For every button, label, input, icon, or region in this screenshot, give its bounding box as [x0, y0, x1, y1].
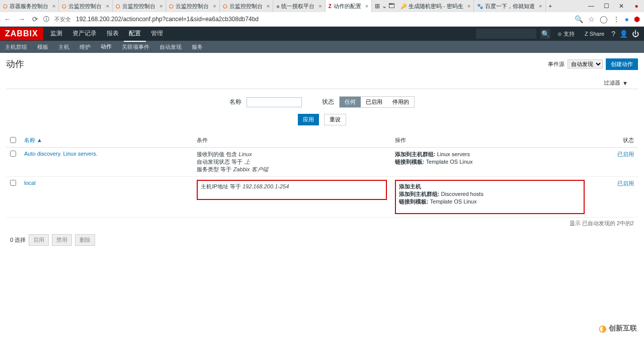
nav-monitoring[interactable]: 监测: [45, 26, 67, 42]
back-button[interactable]: ←: [4, 15, 11, 23]
col-name[interactable]: 名称 ▲: [20, 133, 193, 148]
close-window-button[interactable]: ✕: [614, 0, 629, 12]
menu-icon[interactable]: ⋮: [613, 15, 620, 23]
browser-tab[interactable]: 🐾百度一下，你就知道×: [474, 0, 545, 12]
content-area: 动作 事件源 自动发现 创建动作 过滤器 ▼ 名称 状态 任何 已启用 停用的: [0, 53, 644, 256]
status-link[interactable]: 已启用: [617, 151, 634, 157]
status-any-button[interactable]: 任何: [340, 97, 361, 107]
select-all-checkbox[interactable]: [10, 137, 16, 143]
browser-tab-active[interactable]: Z动作的配置×: [326, 0, 372, 12]
col-condition: 条件: [193, 133, 390, 148]
highlight-box: 主机IP地址 等于 192.168.200.1-254: [197, 180, 386, 200]
star-icon[interactable]: ☆: [588, 15, 595, 23]
tab-close-icon[interactable]: ×: [318, 3, 321, 9]
delete-button[interactable]: 删除: [75, 234, 95, 246]
status-link[interactable]: 已启用: [617, 180, 634, 186]
filter-name-label: 名称: [229, 98, 242, 106]
user-icon[interactable]: 👤: [619, 30, 628, 38]
filter-status-label: 状态: [322, 98, 334, 106]
table-row: local 主机IP地址 等于 192.168.200.1-254 添加主机 添…: [6, 177, 638, 218]
tab-close-icon[interactable]: ×: [365, 3, 368, 9]
url-text[interactable]: 192.168.200.202/actionconf.php?cancel=1&…: [76, 16, 570, 23]
help-icon[interactable]: ?: [611, 30, 615, 38]
browser-tab[interactable]: ⬡云监控控制台×: [220, 0, 273, 12]
status-button-group: 任何 已启用 停用的: [339, 96, 415, 108]
tab-close-icon[interactable]: ×: [213, 3, 216, 9]
subnav-actions[interactable]: 动作: [96, 40, 117, 54]
filter-toggle[interactable]: 过滤器 ▼: [600, 77, 632, 89]
sub-nav: 主机群组 模板 主机 维护 动作 关联项事件 自动发现 服务: [0, 41, 644, 53]
subnav-discovery[interactable]: 自动发现: [154, 41, 187, 53]
filter-row: 名称 状态 任何 已启用 停用的: [229, 96, 415, 108]
tab-favicon-icon: ⬡: [62, 4, 66, 9]
tab-close-icon[interactable]: ×: [539, 3, 542, 9]
subnav-templates[interactable]: 模板: [32, 41, 53, 53]
maximize-button[interactable]: ☐: [599, 0, 614, 12]
disable-button[interactable]: 禁用: [52, 234, 72, 246]
condition-cell: 主机IP地址 等于 192.168.200.1-254: [193, 177, 390, 218]
subnav-hosts[interactable]: 主机: [53, 41, 74, 53]
display-info: 显示 已自动发现的 2中的2: [6, 218, 638, 229]
col-operation: 操作: [391, 133, 589, 148]
tab-close-icon[interactable]: ×: [467, 3, 470, 9]
enable-button[interactable]: 启用: [29, 234, 49, 246]
tab-favicon-icon: ⬡: [3, 4, 8, 9]
new-tab-button[interactable]: +: [546, 0, 555, 12]
tab-label: 云监控控制台: [229, 3, 263, 10]
nav-configuration[interactable]: 配置: [124, 26, 146, 42]
subnav-hostgroups[interactable]: 主机群组: [0, 41, 32, 53]
apply-button[interactable]: 应用: [298, 114, 319, 125]
tab-label: 统一授权平台: [281, 3, 314, 10]
shield-icon[interactable]: ◯: [600, 15, 608, 23]
reload-button[interactable]: ⟳: [32, 15, 38, 23]
filter-actions-row: 应用 重设: [298, 114, 346, 125]
reset-button[interactable]: 重设: [324, 114, 346, 125]
operation-cell: 添加到主机群组: Linux servers 链接到模板: Template O…: [391, 148, 589, 177]
nav-administration[interactable]: 管理: [146, 26, 168, 42]
minimize-button[interactable]: —: [584, 0, 599, 12]
page-title: 动作: [6, 58, 24, 70]
tab-close-icon[interactable]: ×: [52, 3, 55, 9]
page-title-row: 动作 事件源 自动发现 创建动作: [6, 58, 638, 70]
forward-button[interactable]: →: [18, 15, 25, 23]
filter-name-input[interactable]: [247, 97, 302, 107]
subnav-maintenance[interactable]: 维护: [74, 41, 96, 53]
operation-cell: 添加主机 添加到主机群组: Discovered hosts 链接到模板: Te…: [391, 177, 589, 218]
status-disabled-button[interactable]: 停用的: [387, 97, 414, 107]
info-icon[interactable]: ⓘ: [43, 15, 49, 24]
create-action-button[interactable]: 创建动作: [606, 58, 638, 70]
browser-tab[interactable]: ■统一授权平台×: [273, 0, 325, 12]
profile-icon[interactable]: ●: [625, 15, 629, 23]
row-checkbox[interactable]: [10, 151, 16, 157]
browser-tab[interactable]: ⬡云监控控制台×: [113, 0, 166, 12]
nav-reports[interactable]: 报表: [102, 26, 124, 42]
search-input[interactable]: [476, 29, 536, 39]
extra-close-icon[interactable]: ●: [629, 0, 644, 12]
share-link[interactable]: Z Share: [582, 30, 607, 38]
search-button[interactable]: 🔍: [540, 29, 550, 39]
zoom-icon[interactable]: 🔍: [575, 15, 583, 23]
browser-tab[interactable]: ⬡云监控控制台×: [166, 0, 219, 12]
status-enabled-button[interactable]: 已启用: [361, 97, 387, 107]
tab-favicon-icon: ⬡: [116, 4, 120, 9]
row-checkbox[interactable]: [10, 180, 16, 186]
browser-tab[interactable]: 🔑生成随机密码 - 密码生×: [397, 0, 474, 12]
nav-inventory[interactable]: 资产记录: [67, 26, 102, 42]
tab-close-icon[interactable]: ×: [106, 3, 109, 9]
action-name-link[interactable]: local: [24, 180, 36, 186]
subnav-services[interactable]: 服务: [187, 41, 208, 53]
condition-cell: 接收到的值 包含 Linux 自动发现状态 等于 上 服务类型 等于 Zabbi…: [193, 148, 390, 177]
tab-close-icon[interactable]: ×: [267, 3, 270, 9]
zabbix-logo[interactable]: ZABBIX: [0, 27, 43, 40]
event-source-select[interactable]: 自动发现: [568, 59, 603, 69]
logout-icon[interactable]: ⏻: [632, 30, 639, 38]
tab-label: 百度一下，你就知道: [485, 3, 535, 10]
tab-close-icon[interactable]: ×: [159, 3, 163, 9]
support-link[interactable]: ⊙ 支持: [554, 29, 578, 39]
browser-tab[interactable]: ⬡容器服务控制台×: [0, 0, 59, 12]
browser-tab[interactable]: ⬡云监控控制台×: [59, 0, 112, 12]
action-name-link[interactable]: Auto discovery. Linux servers.: [24, 151, 98, 157]
gear-icon[interactable]: ⬢: [634, 15, 640, 23]
extension-icons[interactable]: ⊞ ⌄ 🗔: [372, 3, 397, 10]
subnav-correlation[interactable]: 关联项事件: [117, 41, 154, 53]
